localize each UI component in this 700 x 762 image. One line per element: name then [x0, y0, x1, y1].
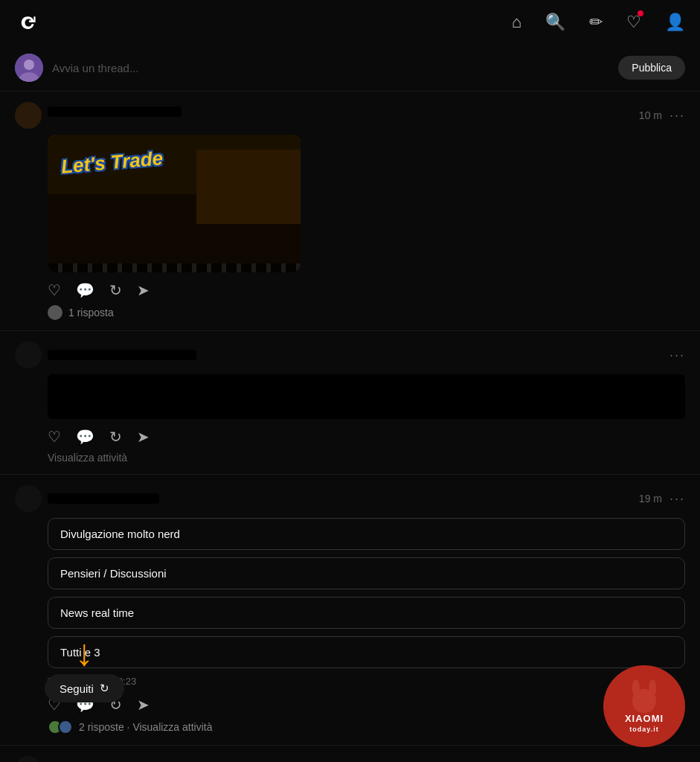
post-time-more: 19 m ··· [639, 491, 685, 507]
gif-person: Let's Trade [48, 135, 301, 272]
post-header: ··· [15, 342, 685, 368]
repost-icon[interactable]: ↻ [109, 428, 122, 446]
share-icon[interactable]: ➤ [137, 696, 150, 714]
post-item: 10 m ··· [0, 92, 700, 331]
refresh-icon: ↻ [100, 682, 109, 695]
post-content: ♡ 💬 ↻ ➤ Visualizza attività [48, 374, 685, 464]
poll-option-1[interactable]: Divulgazione molto nerd [48, 518, 685, 550]
post-content: Let's Trade ♡ 💬 ↻ ➤ 1 risposta [48, 135, 685, 320]
view-activity-link[interactable]: Visualizza attività [48, 452, 685, 464]
post-more-button[interactable]: ··· [670, 348, 685, 363]
comment-icon[interactable]: 💬 [76, 281, 94, 299]
post-header: 19 m ··· [15, 485, 685, 512]
publish-button[interactable]: Pubblica [618, 56, 685, 80]
user-avatar [15, 54, 43, 82]
post-item: ··· ♡ 💬 ↻ ➤ Visualizza attività [0, 331, 700, 475]
post-header: 20 m ··· [15, 756, 685, 762]
share-icon[interactable]: ➤ [137, 281, 150, 299]
share-icon[interactable]: ➤ [137, 428, 150, 446]
repost-icon[interactable]: ↻ [109, 281, 122, 299]
comment-icon[interactable]: 💬 [76, 428, 94, 446]
action-bar: ♡ 💬 ↻ ➤ [48, 696, 685, 714]
reply-avatar [48, 305, 62, 320]
post-content: Divulgazione molto nerd Pensieri / Discu… [48, 518, 685, 734]
seguiti-button[interactable]: Seguiti ↻ [45, 674, 124, 702]
xiaomi-sub: today.it [625, 726, 664, 734]
post-gif-container: Let's Trade [48, 135, 301, 272]
post-time-more: 10 m ··· [639, 108, 685, 124]
poll-option-2[interactable]: Pensieri / Discussioni [48, 557, 685, 589]
profile-icon[interactable]: 👤 [665, 13, 685, 32]
post-content-blacked [48, 374, 685, 419]
post-time-more: ··· [670, 348, 685, 363]
reply-count[interactable]: 1 risposta [68, 307, 114, 318]
xiaomi-watermark: XIAOMI today.it [603, 665, 685, 747]
compose-icon[interactable]: ✏ [589, 13, 603, 32]
reply-row: 1 risposta [48, 305, 685, 320]
film-strip [48, 263, 301, 272]
arrow-down-icon: ↓ [75, 634, 94, 671]
post-username [48, 350, 196, 360]
post-avatar [15, 102, 42, 129]
post-more-button[interactable]: ··· [670, 491, 685, 507]
action-bar: ♡ 💬 ↻ ➤ [48, 281, 685, 299]
activity-icon[interactable]: ♡ [626, 13, 641, 32]
post-username [48, 493, 159, 504]
svg-point-11 [632, 688, 657, 713]
action-bar: ♡ 💬 ↻ ➤ [48, 428, 685, 446]
post-username [48, 106, 182, 117]
gif-image: Let's Trade [48, 135, 301, 272]
post-more-button[interactable]: ··· [670, 108, 685, 124]
seguiti-overlay: ↓ Seguiti ↻ [45, 634, 124, 702]
threads-logo[interactable] [15, 9, 42, 36]
replies-count: 2 risposte · Visualizza attività [79, 721, 213, 733]
like-icon[interactable]: ♡ [48, 428, 61, 446]
replies-avatars [48, 720, 73, 734]
svg-point-1 [24, 60, 34, 70]
like-icon[interactable]: ♡ [48, 281, 61, 299]
post-item: 20 m ··· [0, 746, 700, 762]
reply-avatar-2 [58, 720, 73, 734]
poll-option-3[interactable]: News real time [48, 597, 685, 629]
top-navigation: ⌂ 🔍 ✏ ♡ 👤 [0, 0, 700, 45]
post-time: 10 m [639, 109, 662, 121]
poll-timer: Termina tra 23:40:23 [48, 676, 685, 687]
poll-container: Divulgazione molto nerd Pensieri / Discu… [48, 518, 685, 687]
compose-placeholder[interactable]: Avvia un thread... [52, 62, 609, 74]
post-header: 10 m ··· [15, 102, 685, 129]
svg-rect-5 [196, 150, 301, 224]
post-time: 19 m [639, 493, 662, 505]
xiaomi-brand: XIAOMI [625, 713, 664, 726]
nav-icons-group: ⌂ 🔍 ✏ ♡ 👤 [512, 13, 685, 32]
home-icon[interactable]: ⌂ [512, 13, 521, 32]
post-avatar [15, 756, 42, 762]
post-avatar [15, 485, 42, 512]
search-icon[interactable]: 🔍 [545, 13, 565, 32]
poll-option-4[interactable]: Tutti e 3 [48, 636, 685, 668]
replies-row: 2 risposte · Visualizza attività [48, 720, 685, 734]
post-avatar [15, 342, 42, 368]
post-item: 19 m ··· Divulgazione molto nerd Pensier… [0, 475, 700, 746]
compose-bar: Avvia un thread... Pubblica [0, 45, 700, 92]
notification-dot [638, 10, 643, 16]
